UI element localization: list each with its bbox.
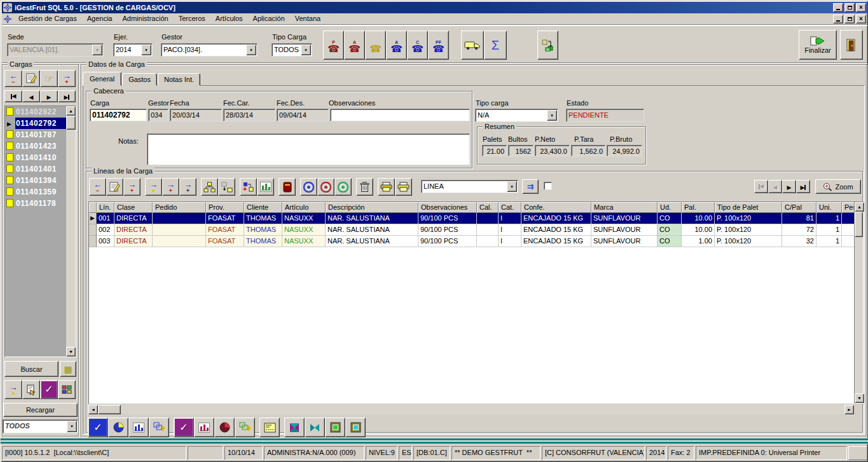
cuadro-teal-button[interactable] bbox=[345, 418, 366, 437]
imprimir-2-button[interactable] bbox=[395, 178, 412, 196]
fecha-field[interactable]: 20/03/14 bbox=[170, 109, 222, 121]
table-cell[interactable]: ENCAJADO 15 KG bbox=[521, 236, 591, 247]
linea-directa-button[interactable]: →● bbox=[145, 178, 162, 196]
tab-general[interactable]: General bbox=[83, 72, 121, 86]
table-cell[interactable]: I bbox=[499, 236, 521, 247]
column-header[interactable]: Pedido bbox=[153, 202, 206, 213]
tarta-azul-button[interactable] bbox=[108, 418, 128, 437]
copiar-azul-button[interactable] bbox=[149, 418, 169, 437]
table-cell[interactable]: 10.00 bbox=[682, 224, 715, 236]
lineas-vscrollbar[interactable]: ▲ ▼ bbox=[854, 201, 864, 404]
editar-linea-button[interactable] bbox=[106, 178, 123, 196]
table-cell[interactable]: DIRECTA bbox=[114, 213, 153, 224]
column-header[interactable]: Lín. bbox=[97, 202, 114, 213]
column-header[interactable]: Confe. bbox=[521, 202, 591, 213]
phone-c-blue-button[interactable]: C☎ bbox=[407, 31, 428, 60]
zoom-button[interactable]: Zoom bbox=[815, 179, 861, 194]
table-cell[interactable]: FOASAT bbox=[206, 213, 244, 224]
carga-list-item[interactable]: 011402822 bbox=[5, 106, 66, 118]
table-cell[interactable]: 90/100 PCS bbox=[418, 236, 477, 247]
tipo-carga-combobox[interactable]: TODOS▼ bbox=[272, 43, 312, 57]
imprimir-1-button[interactable] bbox=[378, 178, 395, 196]
first-record-button[interactable]: ◀ bbox=[4, 90, 22, 102]
column-header[interactable]: Descripción bbox=[326, 202, 418, 213]
table-cell[interactable]: 1.00 bbox=[682, 236, 715, 247]
scroll-left-icon[interactable]: ◄ bbox=[88, 405, 98, 414]
table-cell[interactable]: DIRECTA bbox=[114, 236, 153, 247]
chevron-down-icon[interactable]: ▼ bbox=[67, 421, 77, 432]
table-cell[interactable]: CO bbox=[658, 213, 682, 224]
column-header[interactable]: Clase bbox=[114, 202, 153, 213]
cuadricula-busqueda-button[interactable]: ▦ bbox=[60, 361, 76, 377]
table-cell[interactable]: P. 100x120 bbox=[715, 213, 782, 224]
column-header[interactable]: Ud. bbox=[658, 202, 682, 213]
child-close-button[interactable]: × bbox=[856, 15, 866, 24]
table-cell[interactable]: 1 bbox=[842, 213, 854, 224]
table-cell[interactable]: I bbox=[499, 213, 521, 224]
table-cell[interactable]: FOASAT bbox=[206, 236, 244, 247]
carga-list-item[interactable]: 011401787 bbox=[5, 129, 66, 140]
arbol-button[interactable] bbox=[201, 178, 218, 196]
column-header[interactable]: C/Pal bbox=[782, 202, 816, 213]
carga-list-item[interactable]: 011401410 bbox=[5, 152, 66, 163]
table-cell[interactable]: NASUXX bbox=[282, 224, 326, 236]
minimize-button[interactable] bbox=[833, 3, 843, 12]
ejercicio-combobox[interactable]: 2014▼ bbox=[113, 43, 153, 57]
table-cell[interactable]: 001 bbox=[97, 213, 114, 224]
table-cell[interactable] bbox=[153, 224, 206, 236]
table-cell[interactable]: 1 bbox=[842, 236, 854, 247]
tab-gastos[interactable]: Gastos bbox=[122, 73, 157, 86]
cuadricula-button[interactable] bbox=[58, 380, 76, 399]
filtro-lineas-button[interactable]: ⇉ bbox=[522, 179, 539, 194]
table-cell[interactable]: 81 bbox=[782, 213, 816, 224]
gestor-combobox[interactable]: PACO.[034].▼ bbox=[161, 43, 258, 57]
table-cell[interactable]: SUNFLAVOUR bbox=[591, 224, 658, 236]
carga-list-item[interactable]: 011401423 bbox=[5, 140, 66, 152]
table-cell[interactable]: NASUXX bbox=[282, 213, 326, 224]
anadir-carga-button[interactable]: →+ bbox=[58, 70, 76, 87]
table-row[interactable]: 002DIRECTAFOASATTHOMASNASUXXNAR. SALUSTI… bbox=[89, 224, 854, 236]
carga-list-item[interactable]: 011401359 bbox=[5, 186, 66, 198]
tarta-rojo-button[interactable] bbox=[214, 418, 235, 437]
menu-articulos[interactable]: Artículos bbox=[210, 13, 248, 24]
ir-a-button[interactable]: →● bbox=[4, 380, 22, 399]
table-cell[interactable]: 002 bbox=[97, 224, 114, 236]
table-cell[interactable]: 10.00 bbox=[682, 213, 715, 224]
tipo-carga-main-combobox[interactable]: N/A▼ bbox=[475, 109, 558, 122]
table-cell[interactable]: NAR. SALUSTIANA bbox=[326, 224, 418, 236]
table-cell[interactable]: 90/100 PCS bbox=[418, 213, 477, 224]
fec-des-field[interactable]: 09/04/14 bbox=[277, 109, 329, 121]
carga-list-item[interactable]: 011401178 bbox=[5, 198, 66, 209]
table-cell[interactable]: FOASAT bbox=[206, 224, 244, 236]
editar-carga-button[interactable] bbox=[22, 70, 40, 87]
anadir-linea-button[interactable]: →+ bbox=[123, 178, 141, 196]
cuadro-verde-button[interactable] bbox=[325, 418, 345, 437]
buscar-button[interactable]: Buscar bbox=[4, 361, 59, 377]
cargas-scrollbar[interactable]: ▲ ▼ bbox=[66, 106, 76, 357]
menu-agencia[interactable]: Agencia bbox=[82, 13, 118, 24]
column-header[interactable]: Artículo bbox=[282, 202, 326, 213]
column-header[interactable]: Cat. bbox=[499, 202, 521, 213]
table-cell[interactable]: I bbox=[499, 224, 521, 236]
notas-textarea[interactable] bbox=[147, 133, 470, 165]
table-cell[interactable]: 003 bbox=[97, 236, 114, 247]
gestor-num-field[interactable]: 034 bbox=[148, 109, 169, 121]
mover-linea-button[interactable] bbox=[218, 178, 235, 196]
scrollbar-thumb[interactable] bbox=[98, 405, 121, 414]
table-cell[interactable]: SUNFLAVOUR bbox=[591, 236, 658, 247]
close-button[interactable]: × bbox=[856, 3, 866, 12]
filtro-cargas-combobox[interactable]: TODOS▼ bbox=[3, 419, 78, 433]
chevron-down-icon[interactable]: ▼ bbox=[92, 44, 102, 55]
observaciones-field[interactable] bbox=[330, 109, 470, 121]
scrollbar-thumb[interactable] bbox=[855, 212, 863, 237]
table-cell[interactable]: NAR. SALUSTIANA bbox=[326, 213, 418, 224]
borrar-linea-button[interactable] bbox=[356, 178, 373, 196]
carga-list-item[interactable]: 011401401 bbox=[5, 163, 66, 175]
vista-lineas-combobox[interactable]: LINEA▼ bbox=[421, 180, 518, 193]
prev-record-button[interactable]: ◀ bbox=[22, 90, 40, 102]
barras-rojo-button[interactable] bbox=[194, 418, 214, 437]
lineas-hscrollbar[interactable]: ◄ ► bbox=[88, 405, 854, 414]
scrollbar-thumb[interactable] bbox=[66, 116, 76, 130]
column-header[interactable]: Prov. bbox=[206, 202, 244, 213]
phone-a-red-button[interactable]: A☎ bbox=[344, 31, 365, 60]
